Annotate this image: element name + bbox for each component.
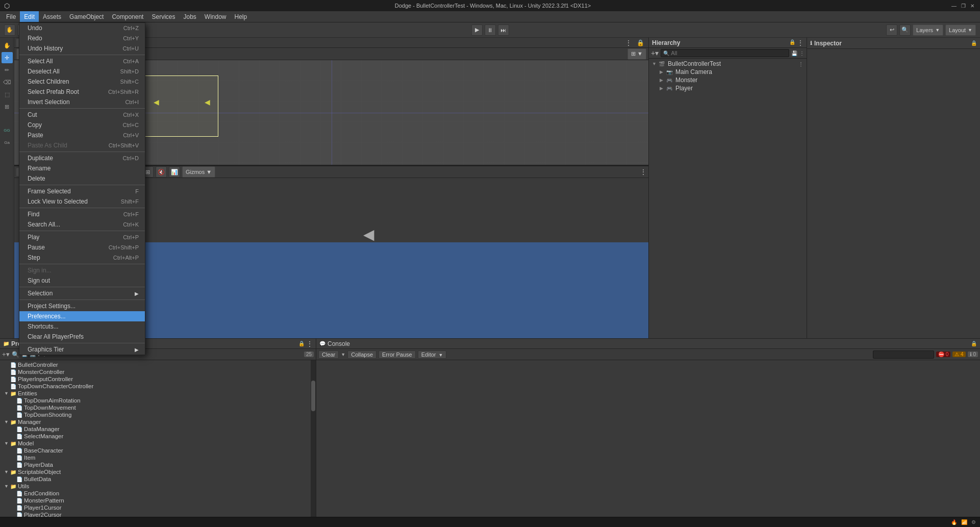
menu-pause[interactable]: Pause Ctrl+Shift+P (19, 242, 145, 253)
hierarchy-more2-icon[interactable]: ⋮ (799, 51, 805, 56)
undo-history-button[interactable]: ↩ (886, 24, 897, 36)
game-stats-button[interactable]: 📊 (169, 166, 180, 178)
hand-tool-button[interactable]: ✋ (4, 24, 15, 36)
menu-copy[interactable]: Copy Ctrl+C (19, 120, 145, 130)
toolbar-game-icon[interactable]: GG (2, 124, 13, 136)
proj-folder-scriptableobject[interactable]: ▼ 📁 ScriptableObject (0, 468, 311, 475)
console-clear-button[interactable]: Clear (318, 350, 339, 359)
minimize-button[interactable]: — (950, 2, 958, 9)
menu-cut[interactable]: Cut Ctrl+X (19, 110, 145, 120)
scene-grid-button[interactable]: ⊞ ▼ (627, 48, 646, 60)
project-add-button[interactable]: +▾ (2, 350, 10, 358)
console-lock-icon[interactable]: 🔒 (971, 341, 977, 346)
menu-search-all[interactable]: Search All... Ctrl+K (19, 219, 145, 230)
play-button[interactable]: ▶ (471, 24, 483, 36)
menu-item-services[interactable]: Services (147, 11, 179, 22)
proj-item-playerdata[interactable]: 📄 PlayerData (0, 461, 311, 468)
hierarchy-item-main-camera[interactable]: ▶ 📷 Main Camera (649, 68, 807, 76)
menu-paste[interactable]: Paste Ctrl+V (19, 130, 145, 140)
hierarchy-search-icon[interactable]: 🔍 (663, 51, 669, 56)
menu-item-help[interactable]: Help (231, 11, 252, 22)
proj-item-player2cursor[interactable]: 📄 Player2Cursor (0, 511, 311, 517)
project-lock-icon[interactable]: 🔒 (298, 341, 305, 346)
proj-folder-manager[interactable]: ▼ 📁 Manager (0, 418, 311, 425)
toolbar-brush-icon[interactable]: ✏ (2, 64, 13, 76)
menu-select-prefab-root[interactable]: Select Prefab Root Ctrl+Shift+R (19, 87, 145, 97)
proj-folder-entities[interactable]: ▼ 📁 Entities (0, 390, 311, 397)
menu-clear-all-playerprefs[interactable]: Clear All PlayerPrefs (19, 332, 145, 342)
menu-rename[interactable]: Rename (19, 163, 145, 173)
step-button[interactable]: ⏭ (498, 24, 509, 36)
game-more-icon[interactable]: ⋮ (640, 168, 646, 175)
proj-item-playerinputcontroller[interactable]: 📄 PlayerInputController (0, 375, 311, 383)
project-more-icon[interactable]: ⋮ (307, 340, 313, 347)
proj-item-player1cursor[interactable]: 📄 Player1Cursor (0, 504, 311, 511)
search-button[interactable]: 🔍 (899, 24, 911, 36)
menu-project-settings[interactable]: Project Settings... (19, 301, 145, 311)
toolbar-grid-icon[interactable]: ⊞ (2, 101, 13, 112)
menu-lock-view-to-selected[interactable]: Lock View to Selected Shift+F (19, 196, 145, 207)
menu-item-jobs[interactable]: Jobs (179, 11, 200, 22)
menu-graphics-tier[interactable]: Graphics Tier ▶ (19, 344, 145, 355)
proj-item-monsterpattern[interactable]: 📄 MonsterPattern (0, 497, 311, 504)
project-scrollbar-thumb[interactable] (311, 381, 315, 411)
proj-item-monstercontroller[interactable]: 📄 MonsterController (0, 368, 311, 375)
hierarchy-more-icon[interactable]: ⋮ (797, 39, 803, 46)
console-error-pause-button[interactable]: Error Pause (379, 350, 416, 359)
menu-invert-selection[interactable]: Invert Selection Ctrl+I (19, 97, 145, 107)
menu-undo-history[interactable]: Undo History Ctrl+U (19, 43, 145, 54)
toolbar-eraser-icon[interactable]: ⌫ (2, 77, 13, 88)
menu-frame-selected[interactable]: Frame Selected F (19, 186, 145, 196)
menu-find[interactable]: Find Ctrl+F (19, 209, 145, 219)
proj-item-bulletdata[interactable]: 📄 BulletData (0, 475, 311, 483)
menu-item-component[interactable]: Component (108, 11, 147, 22)
game-gizmos-button[interactable]: Gizmos ▼ (182, 166, 215, 178)
menu-select-all[interactable]: Select All Ctrl+A (19, 56, 145, 66)
menu-redo[interactable]: Redo Ctrl+Y (19, 33, 145, 43)
console-clear-arrow[interactable]: ▼ (341, 352, 345, 357)
menu-item-file[interactable]: File (2, 11, 20, 22)
hierarchy-item-scene[interactable]: ▼ 🎬 BulletControllerTest ⋮ (649, 60, 807, 68)
console-collapse-button[interactable]: Collapse (347, 350, 376, 359)
console-editor-dropdown[interactable]: Editor ▼ (418, 350, 447, 359)
proj-item-topdownshooting[interactable]: 📄 TopDownShooting (0, 411, 311, 418)
toolbar-game2-icon[interactable]: Ga (2, 137, 13, 148)
game-mute-button[interactable]: 🔇 (156, 166, 167, 178)
proj-folder-utils[interactable]: ▼ 📁 Utils (0, 483, 311, 490)
status-icon-fire[interactable]: 🔥 (951, 519, 957, 525)
proj-item-selectmanager[interactable]: 📄 SelectManager (0, 433, 311, 440)
menu-play[interactable]: Play Ctrl+P (19, 232, 145, 242)
scene-lock-icon[interactable]: 🔒 (635, 39, 646, 46)
status-icon-gear[interactable]: ⚙ (971, 519, 976, 525)
hierarchy-item-player[interactable]: ▶ 🎮 Player (649, 84, 807, 92)
proj-item-topdowncharactercontroller[interactable]: 📄 TopDownCharacterController (0, 383, 311, 390)
menu-sign-out[interactable]: Sign out (19, 275, 145, 286)
status-icon-signal[interactable]: 📶 (961, 519, 967, 525)
toolbar-select-icon[interactable]: ⬚ (2, 89, 13, 100)
menu-preferences[interactable]: Preferences... (19, 311, 145, 321)
menu-item-edit[interactable]: Edit (20, 11, 39, 22)
restore-button[interactable]: ❐ (960, 2, 967, 9)
hierarchy-add-icon[interactable]: +▾ (651, 49, 659, 57)
project-search-icon[interactable]: 🔍 (12, 351, 19, 358)
toolbar-hand-icon[interactable]: ✋ (2, 40, 13, 51)
proj-item-topdownmovement[interactable]: 📄 TopDownMovement (0, 404, 311, 411)
proj-item-datamanager[interactable]: 📄 DataManager (0, 425, 311, 433)
layout-dropdown[interactable]: Layout ▼ (945, 24, 976, 36)
pause-button[interactable]: ⏸ (485, 24, 496, 36)
hierarchy-scene-more[interactable]: ⋮ (798, 61, 803, 67)
proj-item-basecharacter[interactable]: 📄 BaseCharacter (0, 447, 311, 454)
hierarchy-lock-icon[interactable]: 🔒 (789, 39, 795, 46)
close-button[interactable]: ✕ (969, 2, 976, 9)
menu-deselect-all[interactable]: Deselect All Shift+D (19, 66, 145, 77)
hierarchy-item-monster[interactable]: ▶ 🎮 Monster (649, 76, 807, 84)
layers-dropdown[interactable]: Layers ▼ (913, 24, 943, 36)
menu-delete[interactable]: Delete (19, 173, 145, 184)
menu-shortcuts[interactable]: Shortcuts... (19, 321, 145, 332)
console-search-input[interactable] (873, 350, 934, 359)
menu-select-children[interactable]: Select Children Shift+C (19, 77, 145, 87)
project-scrollbar[interactable] (311, 360, 316, 517)
toolbar-move-icon[interactable]: ✛ (2, 52, 13, 63)
menu-step[interactable]: Step Ctrl+Alt+P (19, 253, 145, 263)
proj-item-item[interactable]: 📄 Item (0, 454, 311, 461)
